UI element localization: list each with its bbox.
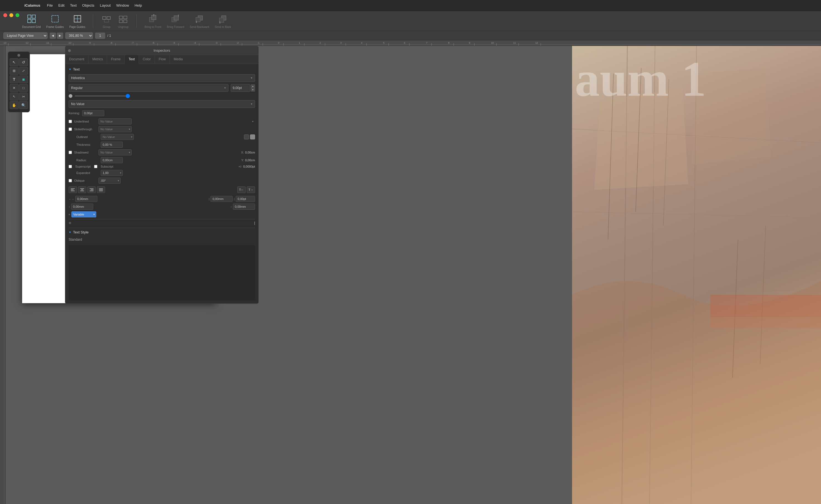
- thickness-input[interactable]: [101, 142, 123, 148]
- oblique-label: Oblique: [74, 179, 96, 182]
- zoom-select[interactable]: 391,80 %: [65, 32, 93, 39]
- page-number-input[interactable]: [95, 33, 105, 39]
- svg-rect-8: [103, 17, 106, 19]
- document-grid-button[interactable]: Document Grid: [22, 13, 41, 28]
- menu-file[interactable]: File: [45, 3, 55, 8]
- indent-left-button[interactable]: T←: [237, 186, 246, 193]
- tab-flow[interactable]: Flow: [155, 55, 170, 64]
- spacing-value-input[interactable]: [236, 196, 255, 202]
- superscript-checkbox[interactable]: [69, 165, 72, 168]
- indent-right-button[interactable]: T→: [247, 186, 255, 193]
- line-spacing-select[interactable]: Variable: [71, 211, 96, 217]
- tab-text[interactable]: Text: [125, 55, 139, 64]
- line-spacing-icon: ≡: [69, 213, 70, 216]
- menu-layout[interactable]: Layout: [98, 3, 113, 8]
- ungroup-label: Ungroup: [118, 25, 128, 28]
- text-tool-button[interactable]: T: [10, 76, 19, 83]
- opacity-slider[interactable]: [75, 95, 130, 97]
- send-backward-button[interactable]: Send Backward: [190, 13, 209, 28]
- bring-to-front-button[interactable]: Bring to Front: [144, 13, 161, 28]
- ungroup-button[interactable]: Ungroup: [118, 13, 129, 28]
- resize-tool-button[interactable]: ⤢: [19, 67, 28, 75]
- frame-tool-button[interactable]: ⊞: [10, 67, 19, 75]
- oblique-checkbox[interactable]: [69, 179, 72, 182]
- tab-media[interactable]: Media: [170, 55, 187, 64]
- outlined-select[interactable]: No Value: [101, 134, 134, 140]
- shadowed-checkbox[interactable]: [69, 151, 72, 154]
- traffic-light-min[interactable]: [9, 13, 13, 17]
- group-button[interactable]: Group: [101, 13, 112, 28]
- color-dot[interactable]: [69, 94, 72, 98]
- page-next-button[interactable]: ▶: [57, 33, 63, 39]
- strikethrough-checkbox[interactable]: [69, 128, 72, 131]
- tab-color[interactable]: Color: [139, 55, 155, 64]
- hand-tool-button[interactable]: ✋: [10, 101, 19, 109]
- bottom-spacing-input[interactable]: [233, 204, 255, 210]
- filter-input[interactable]: [73, 221, 254, 225]
- svg-text:9: 9: [469, 41, 470, 44]
- kerning-input[interactable]: [82, 110, 104, 116]
- align-justify-button[interactable]: [97, 186, 105, 193]
- cut-tool-button[interactable]: ✂: [19, 93, 28, 100]
- shadowed-select[interactable]: No Value: [98, 149, 132, 155]
- spacing-right-input[interactable]: [211, 196, 233, 202]
- zoom-tool-button[interactable]: 🔍: [19, 101, 28, 109]
- outlined-label: Outlined: [76, 135, 98, 139]
- traffic-light-close[interactable]: [3, 13, 7, 17]
- bring-forward-button[interactable]: Bring Forward: [167, 13, 184, 28]
- text-style-value: Standard: [69, 238, 82, 241]
- y-label: Y:: [241, 159, 244, 162]
- font-family-select[interactable]: Helvetica: [69, 74, 255, 82]
- strikethrough-select[interactable]: No Value: [98, 126, 132, 132]
- tab-frame[interactable]: Frame: [107, 55, 125, 64]
- outlined-color-dot-1[interactable]: [244, 134, 249, 139]
- font-style-select[interactable]: Regular: [69, 84, 228, 92]
- traffic-light-max[interactable]: [15, 13, 19, 17]
- text-style-section-toggle[interactable]: ▼: [69, 231, 71, 234]
- color-value-select[interactable]: No Value: [69, 100, 255, 108]
- box-tool-button[interactable]: □: [19, 84, 28, 92]
- tab-document[interactable]: Document: [65, 55, 89, 64]
- frame-guides-button[interactable]: Frame Guides: [46, 13, 64, 28]
- plusminus-value: 0,0000pt: [243, 165, 255, 168]
- underlined-select[interactable]: No Value: [98, 118, 132, 124]
- underlined-checkbox[interactable]: [69, 120, 72, 123]
- font-size-up[interactable]: ▲: [251, 84, 255, 88]
- inspector-close-dot[interactable]: [68, 49, 71, 52]
- svg-rect-10: [104, 19, 109, 22]
- cross-tool-button[interactable]: ✕: [10, 84, 19, 92]
- font-size-down[interactable]: ▼: [251, 88, 255, 92]
- arrow-tool-button[interactable]: ↖: [10, 93, 19, 100]
- align-center-button[interactable]: [78, 186, 86, 193]
- outlined-color-dot-2[interactable]: [250, 134, 255, 139]
- svg-text:-10: -10: [68, 41, 71, 44]
- tab-metrics[interactable]: Metrics: [89, 55, 107, 64]
- radius-input[interactable]: [101, 157, 123, 163]
- menu-text[interactable]: Text: [68, 3, 79, 8]
- menu-objects[interactable]: Objects: [80, 3, 97, 8]
- page-guides-button[interactable]: Page Guides: [69, 13, 85, 28]
- text-section-toggle[interactable]: ▼: [69, 68, 71, 71]
- page-prev-button[interactable]: ◀: [50, 33, 56, 39]
- view-mode-select[interactable]: Layout Page View: [3, 32, 48, 39]
- send-to-back-button[interactable]: Send to Back: [215, 13, 231, 28]
- indent-left-input[interactable]: [75, 196, 97, 202]
- rotate-tool-button[interactable]: ↺: [19, 58, 28, 66]
- expanded-select[interactable]: 1,00: [101, 170, 123, 176]
- menu-edit[interactable]: Edit: [56, 3, 67, 8]
- color-shape-button[interactable]: ◼: [19, 76, 28, 83]
- svg-marker-26: [196, 22, 197, 23]
- svg-marker-30: [219, 23, 221, 24]
- align-right-button[interactable]: [87, 186, 96, 193]
- subscript-checkbox[interactable]: [94, 165, 97, 168]
- inspector-panel: Inspectors Document Metrics Frame Text C…: [65, 46, 259, 304]
- font-size-input[interactable]: [231, 84, 250, 92]
- menu-window[interactable]: Window: [114, 3, 131, 8]
- oblique-select[interactable]: .00°: [98, 178, 121, 184]
- select-tool-button[interactable]: ↖: [10, 58, 19, 66]
- top-spacing-input[interactable]: [71, 204, 93, 210]
- svg-text:-13: -13: [3, 41, 6, 44]
- menu-help[interactable]: Help: [132, 3, 144, 8]
- svg-text:5: 5: [383, 41, 384, 44]
- align-left-button[interactable]: [69, 186, 77, 193]
